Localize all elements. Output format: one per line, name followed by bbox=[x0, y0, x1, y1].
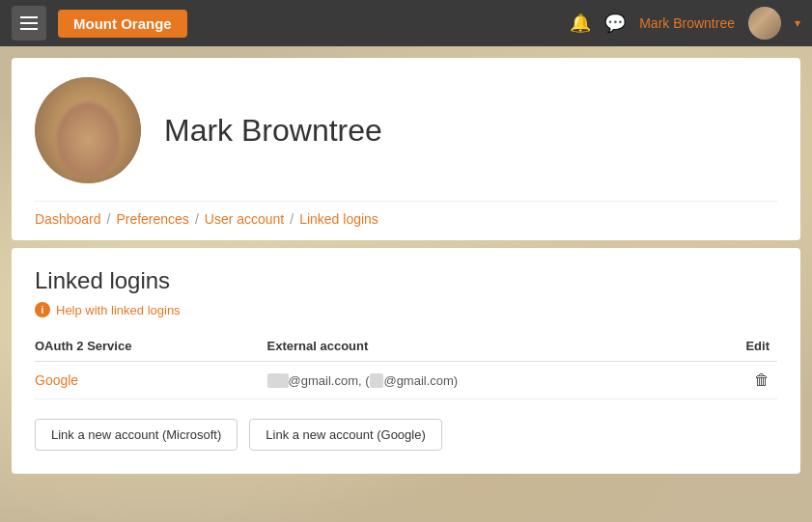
profile-card: Mark Browntree Dashboard / Preferences /… bbox=[12, 58, 800, 240]
action-buttons: Link a new account (Microsoft) Link a ne… bbox=[35, 419, 777, 451]
avatar-image bbox=[748, 7, 781, 40]
table-row: Google ma​​​​​​​​​​​​@gmail.com, (m​​​​​… bbox=[35, 362, 777, 399]
dropdown-arrow-icon[interactable]: ▾ bbox=[795, 16, 800, 30]
service-name: Google bbox=[35, 372, 78, 388]
breadcrumb-user-account[interactable]: User account bbox=[205, 211, 284, 227]
top-nav: Mount Orange 🔔 💬 Mark Browntree ▾ bbox=[0, 0, 812, 46]
col-edit: Edit bbox=[708, 333, 777, 362]
breadcrumb-dashboard[interactable]: Dashboard bbox=[35, 211, 101, 227]
avatar[interactable] bbox=[748, 7, 781, 40]
profile-name: Mark Browntree bbox=[164, 113, 382, 149]
profile-avatar bbox=[35, 77, 141, 183]
link-microsoft-button[interactable]: Link a new account (Microsoft) bbox=[35, 419, 238, 451]
breadcrumb: Dashboard / Preferences / User account /… bbox=[35, 201, 777, 240]
main-content: Linked logins i Help with linked logins … bbox=[12, 248, 800, 474]
topnav-right: 🔔 💬 Mark Browntree ▾ bbox=[570, 7, 800, 40]
breadcrumb-sep-2: / bbox=[195, 211, 199, 227]
notifications-icon[interactable]: 🔔 bbox=[570, 13, 591, 34]
section-title: Linked logins bbox=[35, 267, 777, 294]
avatar-face bbox=[35, 77, 141, 183]
col-service: OAuth 2 Service bbox=[35, 333, 267, 362]
link-google-button[interactable]: Link a new account (Google) bbox=[249, 419, 441, 451]
email-blurred-2: m​​​​​​​​​​​​ bbox=[370, 373, 384, 388]
info-icon: i bbox=[35, 302, 50, 317]
hamburger-button[interactable] bbox=[12, 6, 46, 41]
edit-cell: 🗑 bbox=[708, 362, 777, 399]
service-cell: Google bbox=[35, 362, 267, 399]
linked-logins-table: OAuth 2 Service External account Edit Go… bbox=[35, 333, 777, 399]
account-cell: ma​​​​​​​​​​​​@gmail.com, (m​​​​​​​​​​​​… bbox=[267, 362, 708, 399]
breadcrumb-preferences[interactable]: Preferences bbox=[116, 211, 188, 227]
breadcrumb-linked-logins[interactable]: Linked logins bbox=[299, 211, 378, 227]
email-blurred-1: ma​​​​​​​​​​​​ bbox=[267, 373, 289, 388]
messages-icon[interactable]: 💬 bbox=[604, 13, 626, 34]
breadcrumb-sep-1: / bbox=[107, 211, 111, 227]
help-link[interactable]: Help with linked logins bbox=[56, 303, 181, 317]
username-label[interactable]: Mark Browntree bbox=[639, 15, 735, 31]
delete-icon[interactable]: 🗑 bbox=[754, 371, 770, 388]
email-domain-1: @gmail.com, ( bbox=[289, 373, 370, 388]
brand-button[interactable]: Mount Orange bbox=[58, 10, 187, 38]
help-row: i Help with linked logins bbox=[35, 302, 777, 317]
breadcrumb-sep-3: / bbox=[290, 211, 294, 227]
email-domain-2: @gmail.com) bbox=[383, 373, 458, 388]
profile-header: Mark Browntree bbox=[35, 77, 777, 201]
col-external: External account bbox=[267, 333, 708, 362]
